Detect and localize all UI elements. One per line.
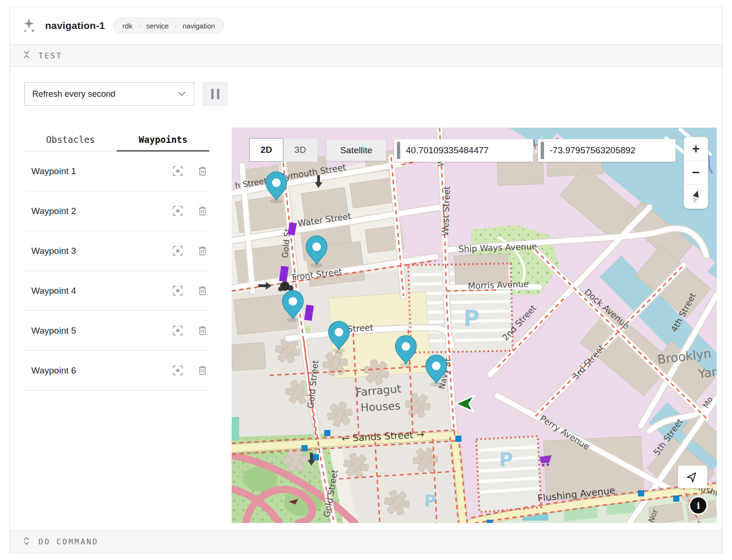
- focus-icon: [172, 285, 183, 296]
- waypoint-row: Waypoint 3: [24, 231, 209, 271]
- waypoint-label: Waypoint 3: [31, 246, 76, 256]
- page-title: navigation-1: [45, 20, 105, 31]
- locate-robot-button[interactable]: [678, 466, 707, 488]
- waypoint-row: Waypoint 1: [24, 151, 209, 191]
- compass-button[interactable]: [684, 185, 708, 208]
- pause-icon: [217, 89, 219, 99]
- parking-p-icon: P: [424, 491, 436, 510]
- refresh-rate-value: Refresh every second: [32, 89, 115, 99]
- focus-waypoint-button[interactable]: [172, 365, 183, 376]
- trash-icon: [197, 166, 207, 177]
- do-command-label: DO COMMAND: [38, 537, 98, 546]
- waypoint-label: Waypoint 6: [31, 365, 76, 376]
- transit-marker: [324, 430, 330, 436]
- card-header: navigation-1 rdk›service›navigation: [10, 7, 722, 44]
- test-section-bar[interactable]: TEST: [10, 44, 722, 67]
- longitude-accent-bar: [541, 142, 544, 159]
- transit-marker: [455, 436, 461, 442]
- trash-icon: [197, 365, 207, 376]
- satellite-toggle-button[interactable]: Satellite: [327, 140, 386, 161]
- focus-waypoint-button[interactable]: [172, 325, 183, 336]
- expand-icon: [22, 536, 31, 548]
- waypoint-label: Waypoint 1: [31, 166, 76, 177]
- zoom-out-button[interactable]: −: [684, 161, 708, 185]
- latitude-accent-bar: [397, 142, 400, 159]
- breadcrumb-item[interactable]: navigation: [182, 22, 215, 30]
- refresh-rate-select[interactable]: Refresh every second: [24, 82, 194, 106]
- focus-icon: [172, 245, 183, 256]
- waypoint-row: Waypoint 2: [24, 191, 209, 231]
- street-label: West Street: [440, 186, 452, 236]
- breadcrumb-item[interactable]: rdk: [122, 22, 132, 30]
- trash-icon: [197, 245, 207, 256]
- waypoint-list: Waypoint 1 Waypoint 2: [24, 151, 209, 391]
- panel-navigation-card: navigation-1 rdk›service›navigation TEST…: [9, 7, 723, 553]
- compass-icon: [691, 189, 701, 204]
- parking-p-icon: P: [499, 449, 513, 471]
- waypoint-label: Waypoint 4: [31, 286, 76, 296]
- longitude-input[interactable]: [550, 145, 676, 156]
- latitude-input[interactable]: [406, 145, 533, 156]
- focus-waypoint-button[interactable]: [172, 166, 183, 177]
- focus-waypoint-button[interactable]: [172, 245, 183, 256]
- waypoint-row: Waypoint 4: [24, 271, 209, 311]
- trash-icon: [197, 205, 207, 216]
- waypoint-row: Waypoint 6: [24, 351, 209, 391]
- focus-waypoint-button[interactable]: [172, 285, 183, 296]
- waypoint-label: Waypoint 5: [31, 326, 76, 336]
- delete-waypoint-button[interactable]: [197, 365, 207, 376]
- focus-icon: [172, 325, 183, 336]
- map-container[interactable]: h StreetPlymouth StreetWater StreetFront…: [232, 128, 717, 523]
- trash-icon: [197, 285, 207, 296]
- delete-waypoint-button[interactable]: [197, 325, 207, 336]
- info-icon: i: [690, 497, 706, 513]
- focus-icon: [172, 365, 183, 376]
- trash-icon: [197, 325, 207, 336]
- breadcrumb-separator: ›: [138, 22, 141, 30]
- latitude-field: [394, 139, 533, 162]
- test-section-label: TEST: [38, 51, 63, 60]
- map-mode-toggle: 2D 3D: [249, 138, 318, 162]
- map-zoom-control: + −: [684, 137, 708, 209]
- delete-waypoint-button[interactable]: [197, 166, 207, 177]
- map-2d-button[interactable]: 2D: [249, 138, 283, 162]
- parking-p-icon: P: [463, 306, 479, 331]
- longitude-field: [538, 139, 676, 162]
- tab-obstacles[interactable]: Obstacles: [24, 128, 117, 151]
- transit-marker: [313, 454, 319, 460]
- map-attribution-button[interactable]: i: [689, 496, 708, 515]
- pause-refresh-button[interactable]: [203, 82, 227, 106]
- pause-icon: [211, 89, 214, 99]
- map-3d-button[interactable]: 3D: [283, 138, 318, 162]
- focus-icon: [172, 205, 183, 216]
- chevron-down-icon: [178, 91, 186, 97]
- focus-waypoint-button[interactable]: [172, 205, 183, 216]
- waypoint-row: Waypoint 5: [24, 311, 209, 351]
- transit-marker: [638, 490, 644, 496]
- delete-waypoint-button[interactable]: [197, 205, 207, 216]
- map-canvas[interactable]: h StreetPlymouth StreetWater StreetFront…: [232, 128, 717, 523]
- waypoints-panel: Obstacles Waypoints Waypoint 1: [24, 128, 209, 523]
- transit-marker: [673, 495, 679, 502]
- street-label: Yar: [697, 364, 717, 381]
- sparkles-icon: [22, 18, 37, 34]
- tab-bar: Obstacles Waypoints: [24, 128, 209, 151]
- tab-waypoints[interactable]: Waypoints: [117, 128, 209, 151]
- breadcrumb-separator: ›: [174, 22, 177, 30]
- focus-icon: [172, 166, 183, 177]
- breadcrumb: rdk›service›navigation: [113, 18, 224, 34]
- navigation-arrow-icon: [686, 470, 699, 483]
- street-label: Houses: [360, 400, 401, 414]
- collapse-icon: [22, 50, 31, 61]
- delete-waypoint-button[interactable]: [197, 285, 207, 296]
- do-command-section-bar[interactable]: DO COMMAND: [10, 530, 722, 553]
- street-label: Morris Avenue: [468, 279, 529, 291]
- zoom-in-button[interactable]: +: [684, 137, 708, 161]
- transit-marker: [487, 520, 493, 523]
- delete-waypoint-button[interactable]: [197, 245, 207, 256]
- breadcrumb-item[interactable]: service: [146, 22, 169, 30]
- waypoint-label: Waypoint 2: [31, 206, 76, 216]
- transit-marker: [301, 445, 308, 451]
